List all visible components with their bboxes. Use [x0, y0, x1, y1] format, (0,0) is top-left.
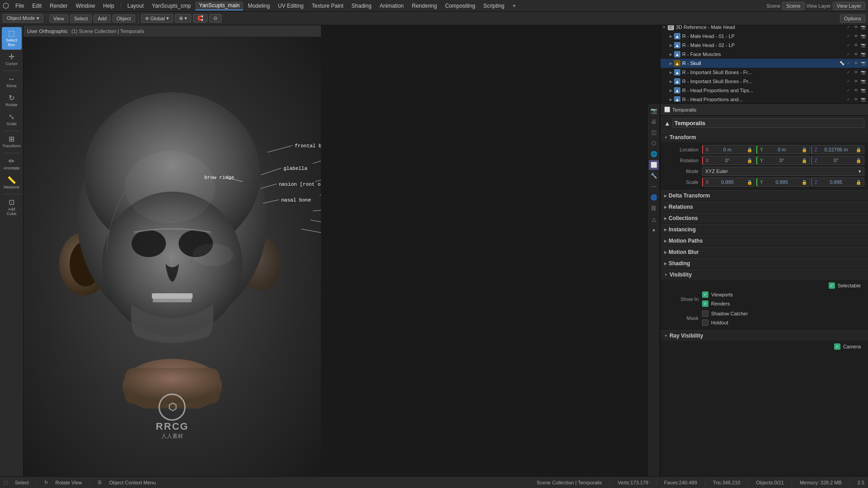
- delta-transform-header[interactable]: ▶ Delta Transform: [660, 191, 868, 201]
- scale-x-field[interactable]: X 0.895 🔒: [702, 178, 755, 187]
- outliner-item-headprop1[interactable]: ▶ ▲ R - Head Proportions and Tips... ✓ 👁…: [660, 86, 868, 95]
- rotation-mode-dropdown[interactable]: XYZ Euler ▾: [702, 167, 864, 176]
- render-icon[interactable]: 📷: [860, 60, 866, 66]
- restrict-select-icon[interactable]: ✓: [845, 96, 852, 102]
- outliner-item-skull[interactable]: ▶ ▲ R - Skull 🦴 ✓ 👁 📷: [660, 59, 868, 68]
- collections-header[interactable]: ▶ Collections: [660, 213, 868, 223]
- rotation-y-field[interactable]: Y 0° 🔒: [756, 156, 810, 165]
- render-icon[interactable]: 📷: [860, 96, 866, 102]
- motion-paths-header[interactable]: ▶ Motion Paths: [660, 236, 868, 246]
- select-menu[interactable]: Select: [70, 14, 92, 23]
- visibility-icon[interactable]: 👁: [853, 96, 859, 102]
- outliner-item-facemuscles[interactable]: ▶ ▲ R - Face Muscles ✓ 👁 📷: [660, 50, 868, 59]
- prop-world-icon[interactable]: 🌐: [649, 149, 659, 159]
- ws-yancmp[interactable]: YanScupts_cmp: [148, 2, 195, 10]
- visibility-icon[interactable]: 👁: [853, 87, 859, 94]
- prop-object-icon[interactable]: ⬜: [649, 160, 659, 170]
- ws-shading[interactable]: Shading: [348, 2, 375, 10]
- outliner-item-male02[interactable]: ▶ ▲ R - Male Head - 02 - LP ✓ 👁 📷: [660, 41, 868, 50]
- ws-add[interactable]: +: [509, 2, 519, 10]
- ws-animation[interactable]: Animation: [376, 2, 407, 10]
- scale-y-lock[interactable]: 🔒: [802, 180, 807, 185]
- rotation-x-lock[interactable]: 🔒: [747, 158, 752, 163]
- instancing-header[interactable]: ▶ Instancing: [660, 225, 868, 235]
- prop-data-icon[interactable]: △: [649, 214, 659, 224]
- object-name-field[interactable]: Temporalis: [672, 118, 864, 128]
- viewports-checkbox[interactable]: ✓: [702, 291, 708, 298]
- location-z-lock[interactable]: 🔒: [856, 147, 861, 152]
- scale-z-lock[interactable]: 🔒: [856, 180, 861, 185]
- location-z-field[interactable]: Z 0.22706 m 🔒: [811, 145, 864, 154]
- visibility-icon[interactable]: 👁: [853, 33, 859, 39]
- tool-add-cube[interactable]: ⊡ Add Cube: [2, 196, 22, 219]
- tool-cursor[interactable]: ✛ Cursor: [2, 51, 22, 69]
- camera-ray-checkbox[interactable]: ✓: [834, 343, 840, 350]
- menu-window[interactable]: Window: [72, 2, 99, 10]
- selectable-checkbox[interactable]: ✓: [829, 282, 835, 289]
- scale-x-lock[interactable]: 🔒: [747, 180, 752, 185]
- menu-edit[interactable]: Edit: [28, 2, 45, 10]
- renders-checkbox[interactable]: ✓: [702, 300, 708, 307]
- ws-compositing[interactable]: Compositing: [441, 2, 479, 10]
- prop-output-icon[interactable]: 🖨: [649, 117, 659, 127]
- render-icon[interactable]: 📷: [860, 69, 866, 75]
- outliner-item-headprop2[interactable]: ▶ ▲ R - Head Proportions and... ✓ 👁 📷: [660, 95, 868, 102]
- prop-modifier-icon[interactable]: 🔧: [649, 171, 659, 181]
- restrict-select-icon[interactable]: ✓: [845, 42, 852, 48]
- prop-particles-icon[interactable]: ⋯: [649, 182, 659, 192]
- ws-rendering[interactable]: Rendering: [408, 2, 440, 10]
- rotation-z-lock[interactable]: 🔒: [856, 158, 861, 163]
- ws-modeling[interactable]: Modeling: [244, 2, 274, 10]
- ws-scripting[interactable]: Scripting: [480, 2, 508, 10]
- prop-render-icon[interactable]: 📷: [649, 106, 659, 116]
- tool-scale[interactable]: ⤡ Scale: [2, 111, 22, 129]
- view-layer-selector[interactable]: View Layer: [833, 2, 865, 10]
- location-y-field[interactable]: Y 0 m 🔒: [756, 145, 810, 154]
- menu-render[interactable]: Render: [46, 2, 71, 10]
- tool-transform[interactable]: ⊞ Transform: [2, 133, 22, 151]
- prop-material-icon[interactable]: ●: [649, 225, 659, 235]
- restrict-select-icon[interactable]: ✓: [845, 60, 852, 66]
- scale-y-field[interactable]: Y 0.895 🔒: [756, 178, 810, 187]
- ws-texture[interactable]: Texture Paint: [308, 2, 347, 10]
- add-menu[interactable]: Add: [94, 14, 111, 23]
- transform-section-header[interactable]: ▼ Transform: [660, 132, 868, 142]
- restrict-select-icon[interactable]: ✓: [845, 78, 852, 84]
- visibility-header[interactable]: ▼ Visibility: [660, 270, 868, 280]
- restrict-select-icon[interactable]: ✓: [845, 87, 852, 94]
- outliner-item-male01[interactable]: ▶ ▲ R - Male Head - 01 - LP ✓ 👁 📷: [660, 32, 868, 41]
- blender-logo-icon[interactable]: ⬡: [3, 1, 9, 10]
- menu-file[interactable]: File: [12, 2, 28, 10]
- object-menu[interactable]: Object: [113, 14, 135, 23]
- tool-rotate[interactable]: ↻ Rotate: [2, 92, 22, 110]
- location-y-lock[interactable]: 🔒: [802, 147, 807, 152]
- outliner-item-skullbones1[interactable]: ▶ ▲ R - Important Skull Bones - Fr... ✓ …: [660, 68, 868, 77]
- tool-move[interactable]: ↔ Move: [2, 73, 22, 91]
- render-icon[interactable]: 📷: [860, 33, 866, 39]
- object-mode-dropdown[interactable]: Object Mode ▾: [3, 14, 43, 23]
- tool-select-box[interactable]: ⬚ Select Box: [2, 27, 22, 50]
- pivot-dropdown[interactable]: ⊕ ▾: [175, 14, 191, 23]
- transform-space-dropdown[interactable]: ⊕ Global ▾: [141, 14, 174, 23]
- ws-layout[interactable]: Layout: [124, 2, 147, 10]
- motion-blur-header[interactable]: ▶ Motion Blur: [660, 247, 868, 257]
- scene-selector[interactable]: Scene: [782, 2, 804, 10]
- ws-uv[interactable]: UV Editing: [274, 2, 307, 10]
- visibility-icon[interactable]: 👁: [853, 42, 859, 48]
- visibility-icon[interactable]: 👁: [853, 78, 859, 84]
- view-menu[interactable]: View: [49, 14, 68, 23]
- ray-visibility-header[interactable]: ▼ Ray Visibility: [660, 331, 868, 341]
- rotation-x-field[interactable]: X 0° 🔒: [702, 156, 755, 165]
- visibility-icon[interactable]: 👁: [853, 51, 859, 57]
- ws-yanmain[interactable]: YanScupts_main: [195, 1, 243, 10]
- restrict-select-icon[interactable]: ✓: [845, 33, 852, 39]
- tool-measure[interactable]: 📏 Measure: [2, 174, 22, 192]
- render-icon[interactable]: 📷: [860, 87, 866, 94]
- prop-scene-icon[interactable]: ⬡: [649, 138, 659, 148]
- render-icon[interactable]: 📷: [860, 51, 866, 57]
- location-x-field[interactable]: X 0 m 🔒: [702, 145, 755, 154]
- options-btn[interactable]: Options: [840, 14, 865, 23]
- render-icon[interactable]: 📷: [860, 78, 866, 84]
- tool-annotate[interactable]: ✏ Annotate: [2, 155, 22, 173]
- menu-help[interactable]: Help: [99, 2, 118, 10]
